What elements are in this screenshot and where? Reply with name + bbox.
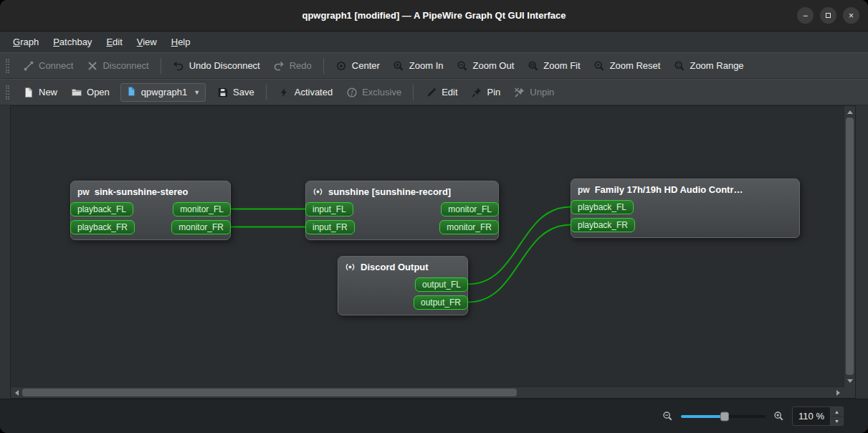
new-button[interactable]: New	[16, 83, 63, 101]
exclusive-label: Exclusive	[362, 87, 401, 97]
redo-icon	[273, 60, 285, 72]
save-button[interactable]: Save	[211, 83, 260, 101]
zoom-reset-icon	[593, 60, 606, 72]
node-title-text: sink-sunshine-stereo	[95, 186, 189, 197]
horizontal-scrollbar[interactable]	[11, 386, 844, 398]
zoom-slider-fill	[681, 415, 725, 418]
spin-down-button[interactable]: ▼	[831, 417, 843, 425]
toolbar-graph-handle[interactable]	[6, 59, 9, 73]
zoom-out-icon	[457, 60, 469, 72]
minimize-button[interactable]: −	[797, 7, 814, 24]
zoom-slider-handle[interactable]	[720, 411, 729, 421]
zoom-reset-button[interactable]: Zoom Reset	[588, 57, 667, 75]
activated-button[interactable]: Activated	[272, 83, 338, 101]
edit-button[interactable]: Edit	[419, 83, 463, 101]
scroll-left-arrow[interactable]	[11, 387, 22, 399]
patchbay-selector-combo[interactable]: qpwgraph1 ▼	[120, 83, 206, 102]
exclusive-icon: f	[345, 86, 358, 98]
menu-help[interactable]: Help	[164, 32, 198, 52]
zoom-reset-label: Zoom Reset	[610, 60, 661, 71]
port-output_FR[interactable]: output_FR	[414, 295, 468, 310]
redo-label: Redo	[290, 60, 312, 71]
port-playback_FR[interactable]: playback_FR	[571, 218, 635, 232]
stream-icon	[345, 262, 356, 272]
open-label: Open	[87, 87, 110, 97]
zoom-value[interactable]: 110 %	[793, 407, 830, 425]
open-button[interactable]: Open	[65, 83, 115, 101]
maximize-icon	[826, 13, 831, 18]
new-label: New	[39, 87, 57, 97]
zoom-out-button[interactable]: Zoom Out	[451, 57, 520, 75]
menu-graph[interactable]: Graph	[6, 32, 46, 52]
center-button[interactable]: Center	[330, 57, 386, 75]
save-icon	[216, 86, 229, 98]
port-output_FL[interactable]: output_FL	[415, 277, 468, 292]
port-input_FL[interactable]: input_FL	[305, 202, 353, 217]
menu-edit-label: Edit	[106, 37, 122, 47]
node-title-text: Family 17h/19h HD Audio Contr…	[595, 184, 743, 195]
horizontal-scrollbar-thumb[interactable]	[22, 389, 517, 396]
redo-button[interactable]: Redo	[267, 57, 318, 75]
scroll-up-arrow[interactable]	[844, 106, 856, 118]
connect-button[interactable]: Connect	[16, 57, 79, 75]
save-label: Save	[233, 87, 254, 97]
toolbar-separator	[323, 58, 324, 74]
spin-up-button[interactable]: ▲	[831, 407, 843, 417]
menu-patchbay-label: Patchbay	[53, 37, 92, 47]
port-monitor_FR[interactable]: monitor_FR	[439, 220, 499, 234]
vertical-scrollbar-thumb[interactable]	[846, 118, 854, 375]
close-button[interactable]: ×	[843, 7, 859, 24]
pin-button[interactable]: Pin	[465, 83, 507, 101]
zoom-slider[interactable]	[681, 409, 766, 424]
center-label: Center	[352, 60, 380, 71]
center-icon	[335, 60, 348, 72]
graph-node-sunshine[interactable]: sunshine [sunshine-record]input_FLmonito…	[305, 181, 499, 240]
zoom-in-mini-icon[interactable]	[773, 411, 784, 422]
zoom-in-button[interactable]: Zoom In	[387, 57, 449, 75]
port-monitor_FL[interactable]: monitor_FL	[173, 202, 231, 217]
scroll-right-arrow[interactable]	[832, 387, 844, 399]
port-playback_FL[interactable]: playback_FL	[70, 202, 133, 217]
toolbar-separator	[161, 58, 161, 74]
window-title: qpwgraph1 [modified] — A PipeWire Graph …	[302, 10, 566, 21]
connect-icon	[22, 60, 34, 72]
zoom-spinbox[interactable]: 110 % ▲ ▼	[792, 406, 844, 426]
scroll-down-arrow[interactable]	[844, 375, 856, 386]
port-playback_FL[interactable]: playback_FL	[571, 200, 634, 214]
port-input_FR[interactable]: input_FR	[305, 220, 355, 234]
svg-text:f: f	[350, 89, 353, 96]
disconnect-icon	[86, 60, 98, 72]
disconnect-label: Disconnect	[102, 60, 148, 71]
zoom-out-mini-icon[interactable]	[662, 411, 673, 422]
toolbar-separator	[413, 85, 414, 100]
graph-node-sink-sunshine-stereo[interactable]: pwsink-sunshine-stereoplayback_FLmonitor…	[70, 181, 231, 240]
port-monitor_FR[interactable]: monitor_FR	[171, 220, 231, 234]
undo-disconnect-button[interactable]: Undo Disconnect	[167, 57, 266, 75]
pipewire-icon: pw	[77, 187, 90, 197]
exclusive-button[interactable]: f Exclusive	[340, 83, 407, 101]
graph-node-family-audio[interactable]: pwFamily 17h/19h HD Audio Contr…playback…	[571, 179, 800, 238]
graph-canvas[interactable]: pwsink-sunshine-stereoplayback_FLmonitor…	[11, 106, 844, 386]
connections-layer	[11, 106, 844, 386]
scrollbar-corner	[844, 386, 855, 398]
node-title: sunshine [sunshine-record]	[306, 181, 498, 200]
menu-view[interactable]: View	[130, 32, 164, 52]
toolbar-separator	[266, 85, 267, 100]
toolbar-patchbay-handle[interactable]	[6, 85, 9, 100]
disconnect-button[interactable]: Disconnect	[80, 57, 154, 75]
unpin-icon	[513, 86, 525, 98]
unpin-button[interactable]: Unpin	[507, 83, 560, 101]
menu-edit[interactable]: Edit	[99, 32, 129, 52]
vertical-scrollbar[interactable]	[844, 106, 855, 386]
zoom-range-button[interactable]: Zoom Range	[667, 57, 749, 75]
activated-label: Activated	[295, 87, 333, 97]
maximize-button[interactable]	[820, 7, 836, 24]
patchbay-file-icon	[126, 86, 137, 99]
zoom-fit-button[interactable]: Zoom Fit	[521, 57, 586, 75]
menu-patchbay[interactable]: Patchbay	[46, 32, 99, 52]
graph-node-discord-output[interactable]: Discord Outputoutput_FLoutput_FR	[338, 256, 468, 315]
port-monitor_FL[interactable]: monitor_FL	[441, 202, 499, 217]
title-bar: qpwgraph1 [modified] — A PipeWire Graph …	[0, 0, 868, 32]
port-playback_FR[interactable]: playback_FR	[70, 220, 135, 234]
pencil-icon	[425, 86, 437, 98]
